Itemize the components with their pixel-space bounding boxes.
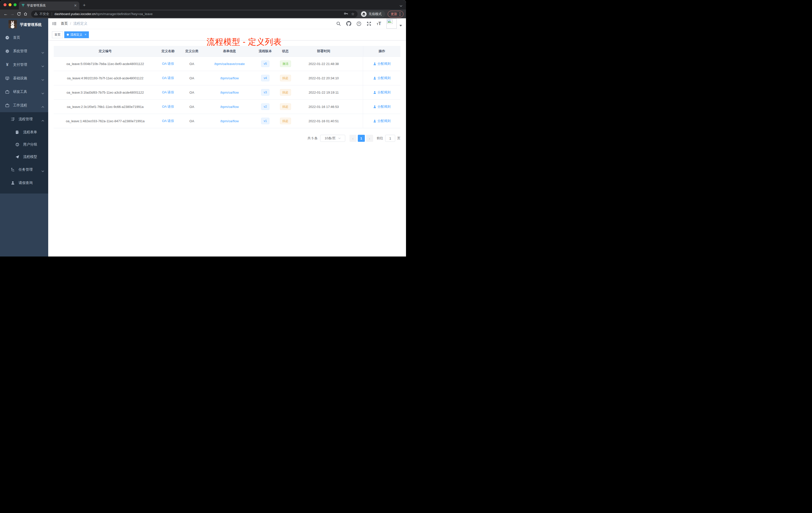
- current-page-button[interactable]: 1: [358, 135, 365, 142]
- action-label: 分配规则: [378, 90, 391, 95]
- assign-rule-link[interactable]: 分配规则: [373, 76, 391, 80]
- caret-down-icon[interactable]: [400, 23, 402, 28]
- tab-close-icon[interactable]: ✕: [74, 3, 77, 7]
- address-bar[interactable]: 不安全 dashboard.yudao.iocoder.cn/bpm/manag…: [31, 10, 357, 18]
- font-size-icon[interactable]: TT: [377, 21, 381, 26]
- sidebar-item-workflow[interactable]: 工作流程: [0, 99, 48, 112]
- fullscreen-icon[interactable]: [367, 21, 371, 26]
- tag-close-icon[interactable]: ×: [85, 33, 86, 36]
- kebab-menu-icon: [400, 12, 401, 16]
- sidebar-item-label: 首页: [13, 35, 20, 40]
- page-size-select[interactable]: 10条/页: [320, 135, 345, 142]
- search-icon[interactable]: [336, 21, 341, 26]
- person-icon: [373, 77, 376, 80]
- github-icon[interactable]: [346, 21, 351, 26]
- goto-page-input[interactable]: 1: [385, 135, 395, 142]
- assign-rule-link[interactable]: 分配规则: [373, 104, 391, 109]
- broken-image-icon: [387, 19, 393, 24]
- chevron-down-icon: [338, 138, 341, 139]
- definition-category: OA: [179, 91, 204, 94]
- sidebar-logo-row[interactable]: 芋道管理系统: [0, 18, 48, 31]
- help-icon[interactable]: ?: [356, 21, 361, 26]
- sidebar-item-label: 工作流程: [13, 103, 27, 108]
- person-icon: [373, 105, 376, 109]
- chevron-down-icon: [41, 51, 44, 55]
- table-row: oa_leave:5:004b710b-7b8a-11ec-8ef0-acde4…: [54, 57, 401, 71]
- prev-page-button[interactable]: ‹: [349, 135, 356, 142]
- not-secure-warning-icon[interactable]: [34, 12, 38, 16]
- deploy-time: 2022-01-16 17:46:53: [295, 105, 352, 109]
- zoom-window-button[interactable]: [13, 3, 17, 6]
- tab-title: 芋道管理系统: [27, 3, 74, 8]
- definition-name-link[interactable]: OA 请假: [162, 105, 174, 109]
- definition-id: oa_leave:2:3c1f0ef1-76b1-11ec-9c66-a2380…: [54, 105, 157, 109]
- action-label: 分配规则: [378, 104, 391, 109]
- tree-list-icon: [10, 117, 15, 121]
- sidebar-item-process-form[interactable]: 流程表单: [0, 126, 48, 138]
- version-badge: v4: [261, 75, 269, 81]
- definition-id: oa_leave:1:482ec033-762a-11ec-8477-a2380…: [54, 119, 157, 123]
- sidebar-item-payment[interactable]: ¥ 支付管理: [0, 58, 48, 71]
- sidebar-item-user-group[interactable]: 用户分组: [0, 138, 48, 151]
- back-button[interactable]: ←: [2, 11, 9, 17]
- reload-button[interactable]: [16, 11, 22, 17]
- main-area: 流程模型 - 定义列表 首页 / 流程定义: [48, 18, 406, 256]
- deploy-time: 2022-01-22 19:19:11: [295, 91, 352, 94]
- sidebar-item-task-management[interactable]: 任务管理: [0, 163, 48, 176]
- assign-rule-link[interactable]: 分配规则: [373, 61, 391, 66]
- sidebar-item-process-model[interactable]: 流程模型: [0, 151, 48, 163]
- person-icon: [373, 62, 376, 65]
- deploy-time: 2022-01-22 21:48:38: [295, 62, 352, 66]
- next-page-button[interactable]: ›: [366, 135, 373, 142]
- definition-name-link[interactable]: OA 请假: [162, 90, 174, 94]
- assign-rule-link[interactable]: 分配规则: [373, 90, 391, 95]
- forward-button[interactable]: →: [9, 11, 16, 17]
- definition-name-link[interactable]: OA 请假: [162, 62, 174, 65]
- sidebar-item-label: 用户分组: [23, 142, 37, 147]
- sidebar-item-process-management[interactable]: 流程管理: [0, 112, 48, 126]
- minimize-window-button[interactable]: [8, 3, 11, 6]
- close-window-button[interactable]: [3, 3, 6, 6]
- update-label: 更新: [391, 12, 397, 16]
- browser-tab[interactable]: 芋道管理系统 ✕: [19, 1, 79, 9]
- person-icon: [373, 91, 376, 94]
- form-link[interactable]: /bpm/oa/flow: [220, 91, 239, 94]
- definition-name-link[interactable]: OA 请假: [162, 119, 174, 123]
- form-link[interactable]: /bpm/oa/flow: [220, 76, 239, 80]
- tab-search-chevron-icon[interactable]: [400, 3, 403, 8]
- tag-process-definition[interactable]: 流程定义 ×: [64, 31, 89, 38]
- sidebar-item-system[interactable]: 系统管理: [0, 44, 48, 58]
- deploy-time: 2022-01-22 20:34:10: [295, 76, 352, 80]
- bookmark-star-icon[interactable]: ☆: [351, 12, 354, 16]
- deploy-time: 2022-01-16 01:40:51: [295, 119, 352, 123]
- browser-update-button[interactable]: 更新: [388, 11, 404, 17]
- version-badge: v3: [261, 89, 269, 96]
- sidebar-item-label: 系统管理: [13, 49, 27, 54]
- sidebar-item-devtools[interactable]: 研发工具: [0, 85, 48, 99]
- tag-label: 流程定义: [70, 33, 82, 37]
- sidebar-item-infrastructure[interactable]: 基础设施: [0, 71, 48, 85]
- form-link[interactable]: /bpm/oa/leave/create: [214, 62, 244, 66]
- assign-rule-link[interactable]: 分配规则: [373, 119, 391, 123]
- user-avatar[interactable]: [386, 19, 397, 29]
- sidebar-item-leave-query[interactable]: 请假查询: [0, 176, 48, 190]
- column-header: 流程版本: [255, 49, 276, 54]
- form-link[interactable]: /bpm/oa/flow: [220, 119, 239, 123]
- home-button[interactable]: [22, 11, 29, 17]
- breadcrumb-home[interactable]: 首页: [61, 21, 68, 26]
- breadcrumb: 首页 / 流程定义: [61, 21, 87, 26]
- user-face-icon: [15, 143, 20, 147]
- password-key-icon[interactable]: [344, 12, 348, 16]
- sidebar-collapse-icon[interactable]: [52, 21, 57, 26]
- paper-plane-icon: [15, 155, 20, 159]
- definition-name-link[interactable]: OA 请假: [162, 76, 174, 80]
- table-row: oa_leave:1:482ec033-762a-11ec-8477-a2380…: [54, 114, 401, 128]
- macos-window-controls[interactable]: [3, 3, 17, 6]
- definition-category: OA: [179, 105, 204, 109]
- svg-text:?: ?: [358, 22, 360, 25]
- column-header: 定义编号: [54, 49, 157, 54]
- form-link[interactable]: /bpm/oa/flow: [220, 105, 239, 109]
- new-tab-button[interactable]: +: [83, 2, 86, 8]
- tag-home[interactable]: 首页: [52, 31, 63, 38]
- sidebar-item-home[interactable]: 首页: [0, 31, 48, 44]
